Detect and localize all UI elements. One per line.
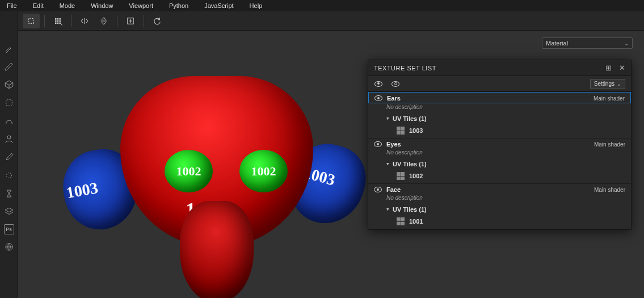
tile-grid-icon (397, 217, 405, 225)
svg-point-12 (57, 22, 58, 23)
material-dropdown[interactable]: Material ⌄ (542, 37, 633, 49)
texture-set-description: No description (368, 103, 631, 113)
svg-point-8 (55, 20, 56, 22)
uv-tile-id: 1003 (409, 127, 423, 134)
ear-left-tile-label: 1003 (65, 179, 99, 202)
layers-icon[interactable] (3, 206, 15, 217)
mask-icon[interactable] (3, 97, 15, 108)
settings-button[interactable]: Settings ⌄ (590, 79, 625, 89)
menu-javascript[interactable]: JavaScript (196, 2, 241, 9)
shader-label: Main shader (594, 95, 625, 102)
symmetry-y-icon[interactable] (95, 14, 112, 28)
eye-right: 1002 (239, 150, 288, 192)
texture-set-list: Ears Main shader No description ▸ UV Til… (368, 92, 631, 229)
menu-edit[interactable]: Edit (25, 2, 52, 9)
texture-set-name: Ears (387, 95, 401, 102)
menu-window[interactable]: Window (83, 2, 121, 9)
visibility-single-icon[interactable] (391, 79, 400, 89)
menu-python[interactable]: Python (161, 2, 196, 9)
svg-rect-4 (29, 18, 34, 23)
panel-subheader: Settings ⌄ (368, 76, 631, 92)
chevron-down-icon: ▸ (385, 117, 391, 120)
bounding-box-icon[interactable] (23, 14, 40, 28)
visibility-all-icon[interactable] (374, 79, 383, 89)
uv-tile-id: 1001 (409, 218, 423, 225)
add-target-icon[interactable] (122, 14, 139, 28)
texture-set-row[interactable]: Eyes Main shader No description ▸ UV Til… (368, 138, 631, 184)
chevron-down-icon: ⌄ (617, 81, 621, 87)
material-dropdown-label: Material (546, 40, 568, 47)
svg-point-11 (55, 22, 56, 23)
ps-icon[interactable]: Ps (4, 224, 14, 234)
pencil-icon[interactable] (3, 61, 15, 72)
settings-label: Settings (594, 81, 614, 87)
menu-file[interactable]: File (2, 2, 25, 9)
panel-header[interactable]: TEXTURE SET LIST ⊞ ✕ (368, 60, 631, 76)
uv-tile-id: 1002 (409, 173, 423, 179)
menu-viewport[interactable]: Viewport (121, 2, 161, 9)
chevron-down-icon: ⌄ (624, 40, 629, 47)
svg-point-5 (55, 18, 56, 19)
mark-icon[interactable] (3, 170, 15, 181)
texture-set-description: No description (368, 194, 631, 204)
hourglass-icon[interactable] (3, 188, 15, 199)
cube-icon[interactable] (3, 79, 15, 90)
tile-grid-icon (397, 172, 405, 180)
separator (144, 15, 144, 27)
texture-set-list-panel: TEXTURE SET LIST ⊞ ✕ Settings ⌄ Ears Mai… (368, 60, 632, 230)
chevron-down-icon: ▸ (385, 163, 391, 166)
visibility-icon[interactable] (374, 95, 382, 101)
eye-left-tile-label: 1002 (176, 164, 201, 179)
texture-set-name: Eyes (386, 141, 401, 148)
separator (44, 15, 45, 27)
visibility-icon[interactable] (374, 187, 382, 192)
uv-tiles-label: UV Tiles (1) (393, 115, 427, 122)
menu-help[interactable]: Help (242, 2, 271, 9)
shader-label: Main shader (594, 141, 625, 148)
close-icon[interactable]: ✕ (619, 64, 626, 72)
uv-tile-row[interactable]: 1001 (368, 215, 631, 229)
tile-grid-icon (397, 127, 405, 135)
eye-right-tile-label: 1002 (251, 164, 276, 179)
symmetry-x-icon[interactable] (76, 14, 93, 28)
uv-tiles-label: UV Tiles (1) (393, 161, 427, 167)
snout-mesh (180, 201, 254, 298)
eyedropper-icon[interactable] (3, 152, 15, 163)
menubar: File Edit Mode Window Viewport Python Ja… (0, 0, 644, 11)
svg-point-10 (60, 20, 61, 22)
uv-tiles-toggle[interactable]: ▸ UV Tiles (1) (368, 204, 631, 215)
separator (117, 15, 117, 27)
texture-set-name: Face (386, 186, 401, 193)
panel-layout-icon[interactable]: ⊞ (605, 64, 612, 72)
svg-point-6 (57, 18, 58, 19)
svg-point-2 (6, 173, 11, 178)
shader-label: Main shader (594, 187, 625, 193)
menu-mode[interactable]: Mode (52, 2, 83, 9)
grid-snap-icon[interactable] (49, 14, 66, 28)
uv-tile-row[interactable]: 1003 (368, 124, 631, 138)
visibility-icon[interactable] (374, 141, 382, 147)
panel-title: TEXTURE SET LIST (374, 65, 436, 72)
eye-left: 1002 (165, 150, 213, 192)
separator (71, 15, 71, 27)
globe-icon[interactable] (3, 241, 15, 253)
user-icon[interactable] (3, 133, 15, 145)
refresh-icon[interactable] (149, 14, 166, 28)
tool-strip: Ps (0, 11, 18, 298)
texture-set-row[interactable]: Ears Main shader No description ▸ UV Til… (368, 92, 631, 138)
brush-icon[interactable] (3, 43, 15, 54)
uv-tiles-toggle[interactable]: ▸ UV Tiles (1) (368, 158, 631, 170)
texture-set-row[interactable]: Face Main shader No description ▸ UV Til… (368, 184, 631, 229)
edge-icon[interactable] (3, 115, 15, 127)
viewport-toolbar (18, 11, 644, 31)
chevron-down-icon: ▸ (385, 208, 391, 211)
svg-point-7 (60, 18, 61, 19)
svg-point-1 (7, 136, 11, 139)
uv-tiles-label: UV Tiles (1) (393, 206, 427, 213)
svg-rect-0 (6, 100, 12, 106)
svg-point-9 (57, 20, 58, 22)
texture-set-description: No description (368, 149, 631, 158)
monkey-head-mesh: 1003 1003 1002 1002 1001 (81, 70, 353, 298)
uv-tiles-toggle[interactable]: ▸ UV Tiles (1) (368, 113, 631, 124)
uv-tile-row[interactable]: 1002 (368, 170, 631, 183)
